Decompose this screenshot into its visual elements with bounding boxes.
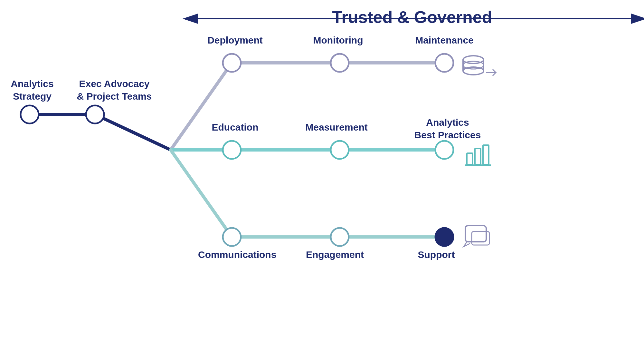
- svg-point-16: [435, 141, 453, 159]
- label-support: Support: [412, 248, 460, 261]
- label-exec-advocacy: Exec Advocacy& Project Teams: [68, 77, 161, 103]
- label-analytics-strategy: Analytics Strategy: [2, 77, 63, 103]
- svg-line-2: [95, 114, 171, 150]
- svg-point-15: [331, 141, 349, 159]
- label-communications: Communications: [198, 248, 272, 261]
- svg-point-19: [435, 228, 453, 246]
- label-best-practices: AnalyticsBest Practices: [409, 116, 486, 141]
- svg-line-3: [171, 63, 232, 150]
- label-monitoring: Monitoring: [306, 34, 370, 46]
- svg-rect-29: [465, 226, 486, 242]
- svg-point-13: [435, 54, 453, 72]
- svg-point-24: [463, 61, 484, 69]
- label-maintenance: Maintenance: [412, 34, 477, 46]
- svg-point-9: [21, 105, 39, 123]
- svg-point-17: [223, 228, 241, 246]
- svg-line-7: [171, 150, 232, 237]
- label-deployment: Deployment: [203, 34, 267, 46]
- header-title: Trusted & Governed: [193, 7, 631, 27]
- diagram-container: Analytics Strategy Exec Advocacy& Projec…: [0, 0, 644, 344]
- label-education: Education: [203, 121, 267, 133]
- label-measurement: Measurement: [304, 121, 369, 133]
- svg-point-12: [331, 54, 349, 72]
- svg-point-14: [223, 141, 241, 159]
- svg-rect-25: [467, 153, 473, 164]
- svg-rect-26: [475, 148, 481, 164]
- label-engagement: Engagement: [303, 248, 367, 261]
- svg-point-18: [331, 228, 349, 246]
- main-svg: [0, 0, 644, 344]
- svg-point-11: [223, 54, 241, 72]
- svg-rect-27: [483, 145, 489, 164]
- svg-point-10: [86, 105, 104, 123]
